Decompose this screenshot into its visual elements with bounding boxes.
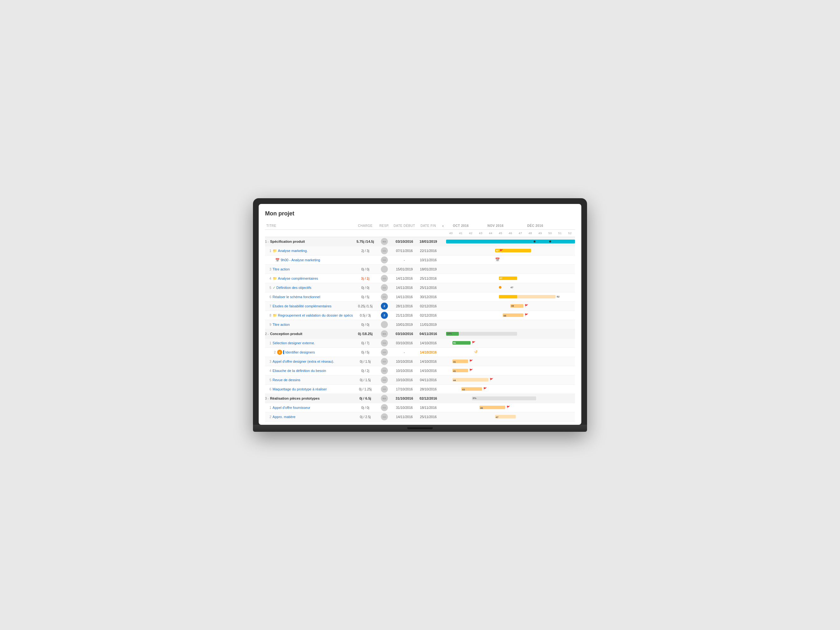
gantt-empty <box>446 265 575 274</box>
col-charge: CHARGE <box>354 222 376 230</box>
resp-cell: MA <box>376 357 392 366</box>
task-title[interactable]: 9h00 - Analyse marketing <box>281 258 320 262</box>
charge-cell: 0j / 1.5j <box>354 376 376 385</box>
task-title[interactable]: Analyse complémentaires <box>278 276 318 280</box>
task-name-cell: 6 Réaliser le schéma fonctionnel <box>265 292 354 302</box>
task-name-cell: 3 Appel d'offre designer (extra et résea… <box>265 357 354 366</box>
avatar: MA <box>381 367 388 374</box>
avatar: MA <box>381 413 388 420</box>
row-num: 3 <box>270 360 272 363</box>
task-name-cell: 4 📁Analyse complémentaires <box>265 274 354 283</box>
gantt-empty <box>446 320 575 329</box>
week-46: 46 <box>505 230 515 237</box>
gantt-cell-peach-47: 47 <box>446 412 575 422</box>
charge-cell: 5.75j /14.5j <box>354 237 376 246</box>
gantt-cell-peach-46: 46 🚩 <box>446 403 575 412</box>
group-title: Conception produit <box>270 332 302 336</box>
task-title[interactable]: Sélection designer externe. <box>273 341 315 345</box>
task-title[interactable]: Etudes de faisabilité complémentaires <box>273 304 332 308</box>
date-debut: 10/10/2016 <box>392 357 417 366</box>
week-42: 42 <box>466 230 476 237</box>
task-title[interactable]: Appel d'offre fournisseur <box>273 406 311 409</box>
charge-cell: 0j / 0j <box>354 265 376 274</box>
task-name-cell: 9 Titre action <box>265 320 354 329</box>
charge-cell: 3j / 2j <box>354 274 376 283</box>
resp-cell: · <box>376 265 392 274</box>
task-title[interactable]: Revue de dessins <box>273 378 300 382</box>
task-title[interactable]: Réaliser le schéma fonctionnel <box>273 295 321 299</box>
date-debut: 03/10/2016 <box>392 329 417 339</box>
task-row: 7 Etudes de faisabilité complémentaires … <box>265 302 575 311</box>
date-fin: 25/11/2016 <box>417 274 441 283</box>
avatar: MA <box>381 339 388 346</box>
nav-prev[interactable]: ‹ <box>441 222 446 230</box>
task-name-cell: 3 Titre action <box>265 265 354 274</box>
task-title[interactable]: Définition des objectifs <box>276 286 311 289</box>
task-title[interactable]: Maquettage du prototype à réaliser <box>273 387 327 391</box>
month-dec: DÉC 2016 <box>515 222 555 230</box>
avatar: MA <box>381 349 388 356</box>
col-resp: RESP. <box>376 222 392 230</box>
avatar: MA <box>381 294 388 300</box>
week-40: 40 <box>446 230 456 237</box>
task-name-cell: 📅9h00 - Analyse marketing <box>265 256 354 265</box>
task-name-cell: 8 📁Regroupement et validation du dossier… <box>265 311 354 320</box>
date-fin: 10/11/2016 <box>417 256 441 265</box>
task-title[interactable]: Appel d'offre designer (extra et réseau)… <box>273 360 334 363</box>
resp-cell: MA <box>376 366 392 376</box>
charge-cell: 0.5j / 3j <box>354 311 376 320</box>
charge-cell: 0j / 5j <box>354 292 376 302</box>
gantt-cell-peach-flag: 48 🚩 <box>446 311 575 320</box>
gantt-cell-peach-small2: 41 🚩 <box>446 366 575 376</box>
date-fin: 02/12/2016 <box>417 302 441 311</box>
task-row: 8 📁Regroupement et validation du dossier… <box>265 311 575 320</box>
week-47: 47 <box>515 230 525 237</box>
task-title[interactable]: Titre action <box>273 323 290 327</box>
week-49: 49 <box>535 230 545 237</box>
task-row: 3 Appel d'offre designer (extra et résea… <box>265 357 575 366</box>
task-title[interactable]: Ebauche de la définition du besoin <box>273 369 326 373</box>
gantt-bar-cyan <box>446 237 575 246</box>
avatar: MA <box>381 247 388 254</box>
task-title[interactable]: Regroupement et validation du dossier de… <box>278 313 353 317</box>
charge-cell: 0j / 1.5j <box>354 357 376 366</box>
task-row: 6 Maquettage du prototype à réaliser 0j … <box>265 385 575 394</box>
date-fin: 30/12/2016 <box>417 292 441 302</box>
task-title[interactable]: Analyse marketing. <box>278 249 308 253</box>
prev-arrow[interactable]: ‹ <box>441 224 445 228</box>
date-debut: 07/11/2016 <box>392 246 417 256</box>
gantt-table: TITRE CHARGE RESP. DATE DÉBUT DATE FIN ‹… <box>265 222 575 422</box>
avatar: · <box>381 266 388 273</box>
date-debut: 10/10/2016 <box>392 376 417 385</box>
row-num: 1 <box>270 406 272 409</box>
gantt-cell-peach-medium: 44 🚩 <box>446 376 575 385</box>
group-row: 1 - Spécification produit 5.75j /14.5j M… <box>265 237 575 246</box>
task-row: 5 Revue de dessins 0j / 1.5j MA 10/10/20… <box>265 376 575 385</box>
app-title: Mon projet <box>265 210 575 217</box>
charge-cell: 0j / 0j <box>354 403 376 412</box>
gantt-cell-peach-flag2: 43 🚩 <box>446 385 575 394</box>
task-row: 1 Appel d'offre fournisseur 0j / 0j MA 3… <box>265 403 575 412</box>
gantt-cell-green: 41 🚩 <box>446 339 575 348</box>
charge-cell: 2j / 3j <box>354 246 376 256</box>
date-debut: 14/11/2016 <box>392 412 417 422</box>
month-header-row: TITRE CHARGE RESP. DATE DÉBUT DATE FIN ‹… <box>265 222 575 230</box>
week-45: 45 <box>496 230 505 237</box>
task-title[interactable]: Appro. matière <box>273 415 295 419</box>
task-row: 5 ✓Définition des objectifs 0j / 0j MA 1… <box>265 283 575 292</box>
task-name-cell: 2 - Conception produit <box>265 329 354 339</box>
avatar: MA <box>381 386 388 393</box>
task-name-cell: 2 2Identifier designers <box>265 348 354 357</box>
date-fin: 28/10/2016 <box>417 385 441 394</box>
task-name-cell: 2 Appro. matière <box>265 412 354 422</box>
gantt-cell-orange-dot: 47 <box>446 283 575 292</box>
avatar: MA <box>381 238 388 245</box>
row-num: 3 <box>270 268 272 271</box>
week-52: 52 <box>565 230 575 237</box>
task-title[interactable]: Identifier designers <box>283 351 315 354</box>
week-48: 48 <box>525 230 535 237</box>
col-titre: TITRE <box>265 222 354 230</box>
resp-cell: · <box>376 320 392 329</box>
charge-cell: 0j / 2j <box>354 366 376 376</box>
task-title[interactable]: Titre action <box>273 267 290 271</box>
